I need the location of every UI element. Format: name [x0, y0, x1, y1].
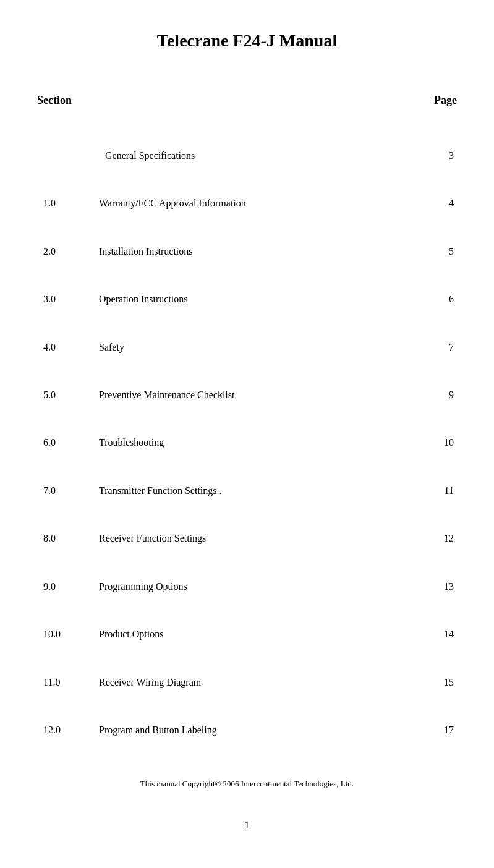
- toc-section-title: Receiver Function Settings: [87, 515, 426, 563]
- toc-section-num: 5.0: [37, 371, 87, 419]
- toc-row: 7.0Transmitter Function Settings..11: [37, 467, 457, 514]
- toc-section-page: 4: [426, 179, 457, 227]
- copyright-text: This manual Copyright© 2006 Intercontine…: [37, 779, 457, 789]
- toc-section-title: Installation Instructions: [87, 228, 426, 275]
- toc-section-num: 11.0: [37, 658, 87, 706]
- toc-header: Section Page: [37, 94, 457, 107]
- toc-table: General Specifications31.0Warranty/FCC A…: [37, 132, 457, 754]
- toc-section-title: Transmitter Function Settings..: [87, 467, 426, 514]
- toc-section-page: 11: [426, 467, 457, 514]
- toc-section-page: 9: [426, 371, 457, 419]
- toc-row: 11.0Receiver Wiring Diagram15: [37, 658, 457, 706]
- toc-section-num: 4.0: [37, 323, 87, 371]
- toc-row: 12.0Program and Button Labeling17: [37, 706, 457, 754]
- toc-row: 10.0Product Options14: [37, 611, 457, 658]
- toc-row: 8.0Receiver Function Settings12: [37, 515, 457, 563]
- toc-section-num: 6.0: [37, 419, 87, 467]
- toc-row: 4.0Safety7: [37, 323, 457, 371]
- toc-section-page: 12: [426, 515, 457, 563]
- toc-section-page: 7: [426, 323, 457, 371]
- toc-section-num: 2.0: [37, 228, 87, 275]
- toc-row: 6.0Troubleshooting10: [37, 419, 457, 467]
- toc-section-num: [37, 132, 87, 179]
- toc-section-page: 6: [426, 275, 457, 323]
- toc-section-title: Product Options: [87, 611, 426, 658]
- toc-section-page: 10: [426, 419, 457, 467]
- toc-row: 2.0Installation Instructions5: [37, 228, 457, 275]
- toc-section-num: 12.0: [37, 706, 87, 754]
- toc-section-title: Programming Options: [87, 563, 426, 610]
- page-header-label: Page: [434, 94, 457, 107]
- toc-section-page: 13: [426, 563, 457, 610]
- toc-section-num: 3.0: [37, 275, 87, 323]
- toc-section-title: Safety: [87, 323, 426, 371]
- document-title: Telecrane F24-J Manual: [37, 31, 457, 51]
- toc-section-num: 7.0: [37, 467, 87, 514]
- toc-row: 5.0Preventive Maintenance Checklist9: [37, 371, 457, 419]
- toc-row: 3.0Operation Instructions6: [37, 275, 457, 323]
- toc-section-title: Program and Button Labeling: [87, 706, 426, 754]
- toc-section-title: Receiver Wiring Diagram: [87, 658, 426, 706]
- section-header-label: Section: [37, 94, 72, 107]
- toc-section-title: Preventive Maintenance Checklist: [87, 371, 426, 419]
- toc-section-title: Operation Instructions: [87, 275, 426, 323]
- page: Telecrane F24-J Manual Section Page Gene…: [0, 0, 494, 868]
- page-number: 1: [37, 820, 457, 831]
- toc-section-title: General Specifications: [87, 132, 426, 179]
- toc-row: 9.0Programming Options13: [37, 563, 457, 610]
- toc-row: General Specifications3: [37, 132, 457, 179]
- toc-section-title: Troubleshooting: [87, 419, 426, 467]
- toc-section-num: 10.0: [37, 611, 87, 658]
- toc-section-num: 1.0: [37, 179, 87, 227]
- toc-section-title: Warranty/FCC Approval Information: [87, 179, 426, 227]
- toc-section-page: 15: [426, 658, 457, 706]
- toc-section-page: 5: [426, 228, 457, 275]
- toc-section-page: 3: [426, 132, 457, 179]
- toc-section-page: 17: [426, 706, 457, 754]
- toc-section-num: 9.0: [37, 563, 87, 610]
- toc-row: 1.0Warranty/FCC Approval Information4: [37, 179, 457, 227]
- toc-section-page: 14: [426, 611, 457, 658]
- toc-section-num: 8.0: [37, 515, 87, 563]
